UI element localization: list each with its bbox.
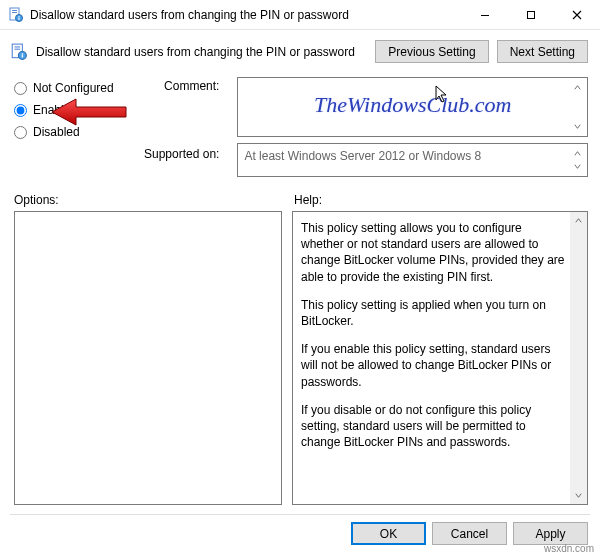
cancel-button[interactable]: Cancel (432, 522, 507, 545)
source-caption: wsxdn.com (544, 543, 594, 554)
window-title: Disallow standard users from changing th… (30, 8, 462, 22)
help-paragraph: If you enable this policy setting, stand… (301, 341, 565, 390)
svg-rect-2 (12, 12, 17, 13)
help-panel: This policy setting allows you to config… (292, 211, 588, 505)
radio-enabled[interactable]: Enabled (14, 103, 126, 117)
apply-button[interactable]: Apply (513, 522, 588, 545)
field-labels: Comment: Supported on: (144, 77, 219, 181)
config-area: Not Configured Enabled Disabled Comment:… (0, 73, 600, 183)
state-radios: Not Configured Enabled Disabled (14, 77, 126, 181)
scroll-up-icon[interactable] (570, 212, 587, 229)
svg-rect-7 (528, 11, 535, 18)
maximize-button[interactable] (508, 0, 554, 30)
policy-icon (10, 43, 28, 61)
watermark-text: TheWindowsClub.com (314, 92, 511, 118)
policy-title: Disallow standard users from changing th… (36, 45, 367, 59)
svg-rect-13 (22, 55, 23, 57)
supported-label: Supported on: (144, 147, 219, 181)
radio-disabled-label: Disabled (33, 125, 80, 139)
field-inputs: TheWindowsClub.com At least Windows Serv… (237, 77, 588, 181)
options-panel (14, 211, 282, 505)
radio-not-configured-label: Not Configured (33, 81, 114, 95)
supported-value: At least Windows Server 2012 or Windows … (244, 149, 481, 163)
svg-rect-12 (22, 53, 23, 54)
radio-disabled[interactable]: Disabled (14, 125, 126, 139)
radio-enabled-input[interactable] (14, 104, 27, 117)
scroll-down-icon[interactable] (570, 487, 587, 504)
radio-not-configured-input[interactable] (14, 82, 27, 95)
radio-enabled-label: Enabled (33, 103, 77, 117)
radio-disabled-input[interactable] (14, 126, 27, 139)
title-bar: Disallow standard users from changing th… (0, 0, 600, 30)
close-button[interactable] (554, 0, 600, 30)
comment-label: Comment: (164, 79, 219, 139)
help-paragraph: This policy setting is applied when you … (301, 297, 565, 329)
svg-rect-1 (12, 10, 17, 11)
scroll-track[interactable] (570, 229, 587, 487)
scroll-down-icon[interactable] (570, 119, 585, 134)
next-setting-button[interactable]: Next Setting (497, 40, 588, 63)
svg-rect-10 (15, 48, 21, 49)
previous-setting-button[interactable]: Previous Setting (375, 40, 488, 63)
svg-rect-4 (18, 16, 19, 17)
minimize-button[interactable] (462, 0, 508, 30)
options-help-row: This policy setting allows you to config… (0, 211, 600, 505)
ok-button[interactable]: OK (351, 522, 426, 545)
options-help-labels: Options: Help: (0, 183, 600, 211)
dialog-footer: OK Cancel Apply (0, 513, 600, 553)
policy-header: Disallow standard users from changing th… (0, 30, 600, 73)
help-paragraph: If you disable or do not configure this … (301, 402, 565, 451)
scroll-down-icon[interactable] (570, 159, 585, 174)
help-label: Help: (294, 193, 322, 207)
svg-rect-6 (481, 15, 489, 16)
svg-rect-5 (18, 17, 19, 19)
options-label: Options: (14, 193, 294, 207)
svg-rect-9 (15, 46, 21, 47)
comment-textbox[interactable]: TheWindowsClub.com (237, 77, 588, 137)
help-scrollbar[interactable] (570, 212, 587, 504)
policy-file-icon (8, 7, 24, 23)
help-paragraph: This policy setting allows you to config… (301, 220, 565, 285)
cursor-icon (434, 84, 450, 107)
supported-textbox: At least Windows Server 2012 or Windows … (237, 143, 588, 177)
radio-not-configured[interactable]: Not Configured (14, 81, 126, 95)
scroll-up-icon[interactable] (570, 80, 585, 95)
